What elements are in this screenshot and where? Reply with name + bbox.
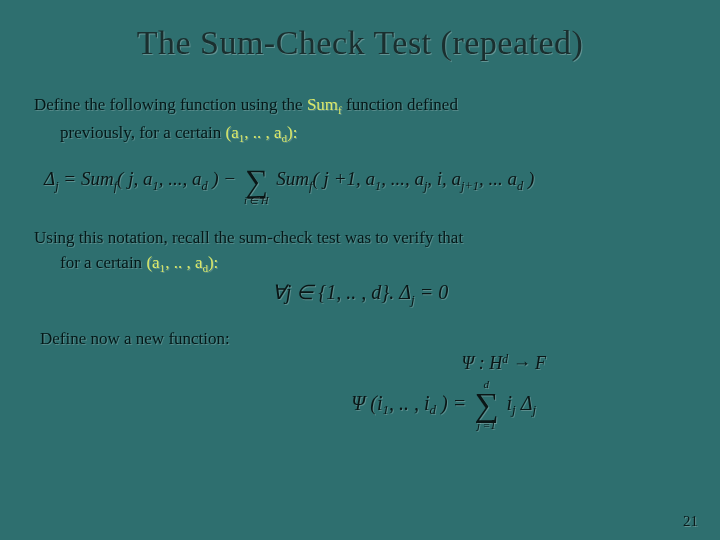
subscript-jplus1: j+1 <box>461 179 479 193</box>
delta-symbol: Δ <box>44 169 55 190</box>
text: , .. , a <box>244 123 281 142</box>
slide-title: The Sum-Check Test (repeated) <box>34 24 686 62</box>
paragraph-3: Define now a new function: <box>40 328 686 349</box>
slide: The Sum-Check Test (repeated) Define the… <box>0 0 720 431</box>
text: ) <box>523 169 534 190</box>
text: , .. , i <box>389 392 430 414</box>
paragraph-1: Define the following function using the … <box>34 94 686 118</box>
text: ): <box>287 123 297 142</box>
page-number: 21 <box>683 513 698 530</box>
highlight-tuple: (a1, .. , ad): <box>146 253 218 272</box>
text: (a <box>146 253 159 272</box>
var-d: d <box>371 281 381 303</box>
equation-psi-def: Ψ (i1, .. , id ) = d∑j =1 ij Δj <box>34 380 686 430</box>
equation-delta-def: Δj = Sumf( j, a1, ..., ad ) − ∑i ∈ H Sum… <box>44 157 686 205</box>
sigma-symbol: ∑i ∈ H <box>244 157 269 205</box>
delta: Δ <box>516 392 533 414</box>
text: }. Δ <box>381 281 411 303</box>
sum-fn: Sum <box>276 169 309 190</box>
text: , .. , a <box>165 253 202 272</box>
args: ( j +1, a <box>313 169 375 190</box>
sigma-lower: j =1 <box>474 421 498 431</box>
paragraph-2-line2: for a certain (a1, .. , ad): <box>34 252 686 276</box>
text: Sum <box>307 95 338 114</box>
highlight-sumf: Sumf <box>307 95 342 114</box>
psi: Ψ (i <box>351 392 382 414</box>
paragraph-1-line2: previously, for a certain (a1, .. , ad): <box>34 122 686 146</box>
equation-psi-type: Ψ : Hd → F <box>34 353 686 374</box>
text: , ..., a <box>381 169 424 190</box>
text: function defined <box>342 95 458 114</box>
sum-fn: Sum <box>81 169 114 190</box>
text: , ... a <box>479 169 517 190</box>
forall-symbol: ∀ <box>272 281 286 303</box>
text: for a certain <box>60 253 146 272</box>
text: previously, for a certain <box>60 123 226 142</box>
sigma-glyph: ∑ <box>474 390 498 421</box>
sigma-lower: i ∈ H <box>244 196 269 205</box>
text: , ..., a <box>159 169 202 190</box>
text: ) − <box>208 169 241 190</box>
text: ) = <box>436 392 471 414</box>
equation-forall: ∀j ∈ {1, .. , d}. Δj = 0 <box>34 280 686 308</box>
text: , i, a <box>427 169 461 190</box>
sigma-glyph: ∑ <box>244 167 269 196</box>
text: = 0 <box>415 281 449 303</box>
paragraph-2: Using this notation, recall the sum-chec… <box>34 227 686 248</box>
sigma-symbol: d∑j =1 <box>474 380 498 430</box>
text: Define the following function using the <box>34 95 307 114</box>
subscript-j: j <box>532 403 536 418</box>
equals: = <box>59 169 81 190</box>
text: ∈ {1, .. , <box>291 281 371 303</box>
psi-type: Ψ : H <box>462 353 503 373</box>
highlight-tuple: (a1, .. , ad): <box>226 123 298 142</box>
args: ( j, a <box>117 169 152 190</box>
text: ): <box>208 253 218 272</box>
arrow: → F <box>508 353 546 373</box>
text: (a <box>226 123 239 142</box>
